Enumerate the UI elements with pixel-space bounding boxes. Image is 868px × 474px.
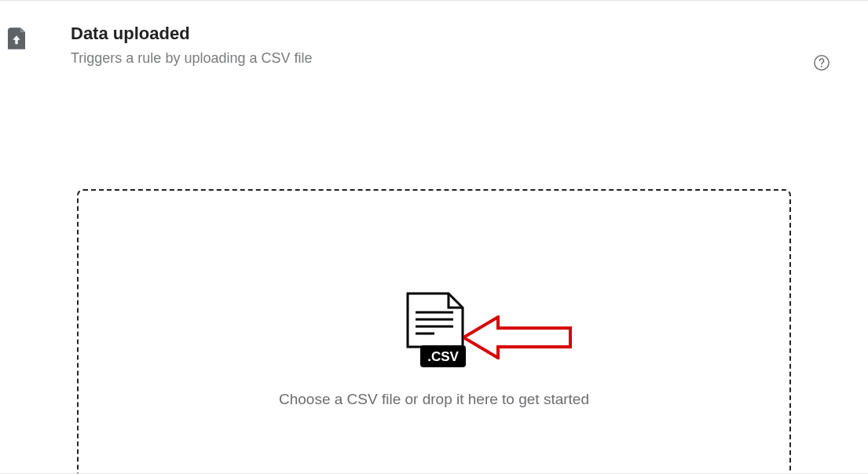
svg-text:.CSV: .CSV xyxy=(427,349,459,364)
page-subtitle: Triggers a rule by uploading a CSV file xyxy=(71,50,813,67)
page-container: Data uploaded Triggers a rule by uploadi… xyxy=(0,1,868,473)
file-upload-icon xyxy=(8,27,25,49)
csv-file-icon: .CSV xyxy=(400,292,469,370)
page-title: Data uploaded xyxy=(71,23,813,46)
help-icon[interactable] xyxy=(813,54,830,71)
header-text: Data uploaded Triggers a rule by uploadi… xyxy=(71,23,813,67)
svg-point-1 xyxy=(821,66,822,67)
dropzone-instruction: Choose a CSV file or drop it here to get… xyxy=(279,391,589,408)
header-row: Data uploaded Triggers a rule by uploadi… xyxy=(0,1,868,71)
csv-dropzone[interactable]: .CSV Choose a CSV file or drop it here t… xyxy=(77,189,791,474)
